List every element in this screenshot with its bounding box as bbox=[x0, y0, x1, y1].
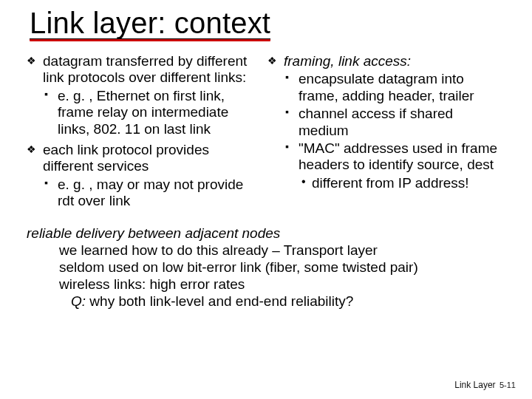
bottom-question: Q: why both link-level and end-end relia… bbox=[27, 293, 505, 310]
title-wrap: Link layer: context bbox=[30, 7, 270, 41]
right-subitem: "MAC" addresses used in frame headers to… bbox=[284, 140, 505, 191]
left-item-text: each link protocol provides different se… bbox=[43, 142, 209, 174]
left-item: datagram transferred by different link p… bbox=[27, 53, 263, 137]
left-subitem: e. g. , may or may not provide rdt over … bbox=[43, 177, 263, 210]
footer-section: Link Layer bbox=[454, 380, 495, 390]
right-item: framing, link access: encapsulate datagr… bbox=[267, 53, 505, 191]
left-item-text: datagram transferred by different link p… bbox=[43, 53, 247, 85]
bottom-line: seldom used on low bit-error link (fiber… bbox=[27, 259, 505, 276]
right-sub3: different from IP address! bbox=[299, 175, 505, 191]
bottom-block: reliable delivery between adjacent nodes… bbox=[27, 225, 505, 310]
left-subitem: e. g. , Ethernet on first link, frame re… bbox=[43, 88, 263, 137]
bottom-line: wireless links: high error rates bbox=[27, 276, 505, 293]
right-item-head: framing, link access: bbox=[284, 53, 411, 69]
q-text: why both link-level and end-end reliabil… bbox=[86, 293, 353, 309]
right-subitem-text: "MAC" addresses used in frame headers to… bbox=[299, 140, 497, 172]
bottom-line: reliable delivery between adjacent nodes bbox=[27, 225, 505, 242]
left-item: each link protocol provides different se… bbox=[27, 142, 263, 210]
footer-page: 5-11 bbox=[499, 381, 516, 389]
left-column: datagram transferred by different link p… bbox=[27, 53, 263, 214]
page-title: Link layer: context bbox=[30, 7, 270, 40]
columns: datagram transferred by different link p… bbox=[27, 53, 505, 214]
right-subitem: encapsulate datagram into frame, adding … bbox=[284, 71, 505, 104]
q-label: Q: bbox=[71, 293, 86, 309]
right-column: framing, link access: encapsulate datagr… bbox=[267, 53, 505, 214]
footer: Link Layer 5-11 bbox=[454, 380, 516, 390]
right-subitem: channel access if shared medium bbox=[284, 106, 505, 139]
title-underline bbox=[30, 39, 270, 41]
bottom-line: we learned how to do this already – Tran… bbox=[27, 242, 505, 259]
slide: Link layer: context datagram transferred… bbox=[0, 0, 532, 399]
